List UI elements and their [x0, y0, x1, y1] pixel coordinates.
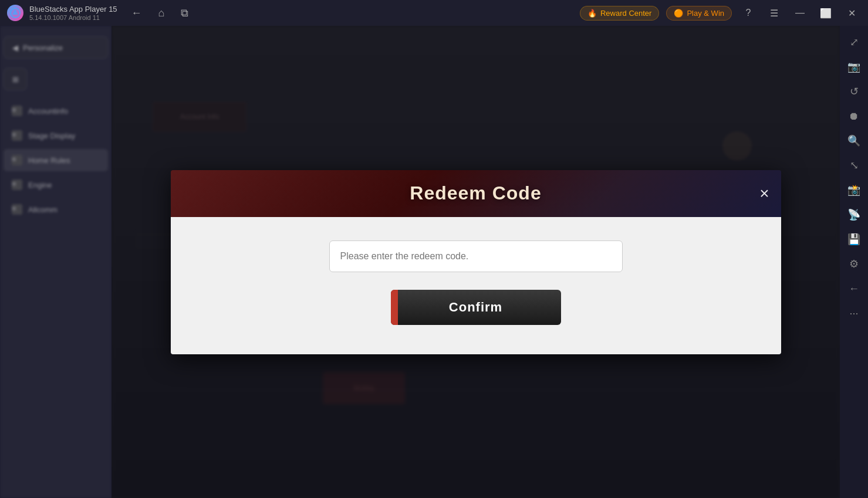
- settings-icon: ⚙: [849, 258, 859, 270]
- sidebar-item-label-4: Engine: [28, 181, 52, 189]
- list-icon: ≡: [12, 106, 22, 116]
- redeem-code-input[interactable]: [329, 240, 623, 272]
- sidebar-item-label-3: Home Rules: [28, 156, 70, 165]
- expand-button[interactable]: ⤢: [842, 31, 866, 54]
- sidebar-item-accountinfo[interactable]: ≡ Accountinfo: [4, 100, 108, 122]
- wifi-icon: 📡: [847, 208, 860, 221]
- sidebar-item-allcomm[interactable]: ≡ Allcomm: [4, 198, 108, 221]
- nav-tabs-button[interactable]: ⧉: [177, 5, 192, 22]
- reward-center-button[interactable]: 🔥 Reward Center: [580, 6, 659, 21]
- sidebar-item-label-2: Stage Display: [28, 131, 75, 140]
- app-name: BlueStacks App Player 15: [29, 5, 117, 13]
- sidebar-item-label: Accountinfo: [28, 107, 68, 116]
- personalize-button[interactable]: ◀ Personalize: [4, 36, 108, 59]
- save-icon: 💾: [847, 233, 860, 246]
- play-win-button[interactable]: 🟠 Play & Win: [666, 6, 732, 21]
- sidebar-item-homerules[interactable]: ≡ Home Rules: [4, 149, 108, 171]
- screenshot-icon: 📷: [847, 60, 860, 73]
- confirm-label: Confirm: [449, 300, 502, 315]
- sidebar-item-label-5: Allcomm: [28, 205, 58, 214]
- redeem-code-modal: Redeem Code × Confirm: [171, 170, 781, 354]
- zoom-icon: 🔍: [847, 134, 860, 147]
- wifi-button[interactable]: 📡: [842, 203, 866, 226]
- reward-icon: 🔥: [587, 9, 597, 18]
- menu-button[interactable]: ☰: [765, 6, 783, 20]
- title-bar-right: 🔥 Reward Center 🟠 Play & Win ? ☰ — ⬜ ✕: [580, 6, 861, 21]
- save-button[interactable]: 💾: [842, 228, 866, 251]
- resize-button[interactable]: ⤡: [842, 154, 866, 177]
- personalize-label: Personalize: [23, 43, 63, 52]
- back-button[interactable]: ←: [842, 277, 866, 300]
- grid-button[interactable]: ⊞: [4, 68, 27, 90]
- input-row: [206, 240, 746, 272]
- reward-center-label: Reward Center: [600, 9, 651, 18]
- zoom-button[interactable]: 🔍: [842, 129, 866, 153]
- app-version: 5.14.10.1007 Android 11: [29, 14, 117, 21]
- nav-back-button[interactable]: ←: [128, 5, 146, 22]
- screenshot-button[interactable]: 📷: [842, 55, 866, 79]
- more-button[interactable]: ···: [842, 301, 866, 325]
- record-icon: ⏺: [849, 110, 859, 123]
- list-icon-5: ≡: [12, 204, 22, 215]
- back-icon: ←: [849, 283, 859, 295]
- resize-icon: ⤡: [850, 159, 859, 172]
- list-icon-3: ≡: [12, 155, 22, 165]
- record-button[interactable]: ⏺: [842, 104, 866, 128]
- play-win-icon: 🟠: [674, 9, 683, 18]
- modal-header: Redeem Code ×: [171, 170, 781, 217]
- close-button[interactable]: ✕: [842, 6, 861, 20]
- confirm-button[interactable]: Confirm: [391, 290, 561, 325]
- list-icon-2: ≡: [12, 130, 22, 141]
- modal-body: Confirm: [171, 217, 781, 354]
- modal-close-button[interactable]: ×: [759, 185, 769, 202]
- svg-marker-1: [12, 9, 18, 15]
- left-sidebar: ◀ Personalize ⊞ ≡ Accountinfo ≡ Stage Di…: [0, 26, 112, 498]
- play-win-label: Play & Win: [687, 9, 724, 18]
- title-bar: BlueStacks App Player 15 5.14.10.1007 An…: [0, 0, 868, 26]
- nav-controls: ← ⌂ ⧉: [128, 5, 192, 22]
- main-content: ◀ Personalize ⊞ ≡ Accountinfo ≡ Stage Di…: [0, 26, 868, 498]
- sidebar-item-stagedisplay[interactable]: ≡ Stage Display: [4, 124, 108, 147]
- minimize-button[interactable]: —: [791, 6, 809, 20]
- settings-button[interactable]: ⚙: [842, 252, 866, 276]
- camera-button[interactable]: 📸: [842, 178, 866, 202]
- list-icon-4: ≡: [12, 179, 22, 190]
- game-area: Account Info Binding Redeem Code ×: [112, 26, 840, 498]
- grid-icon: ⊞: [12, 75, 19, 84]
- help-button[interactable]: ?: [739, 6, 758, 20]
- more-icon: ···: [849, 307, 858, 320]
- modal-title: Redeem Code: [410, 182, 541, 204]
- maximize-button[interactable]: ⬜: [816, 6, 835, 20]
- nav-home-button[interactable]: ⌂: [155, 5, 168, 22]
- expand-icon: ⤢: [850, 36, 859, 49]
- refresh-button[interactable]: ↺: [842, 80, 866, 103]
- sidebar-item-engine[interactable]: ≡ Engine: [4, 174, 108, 196]
- camera-icon: 📸: [847, 184, 860, 197]
- app-logo: [7, 5, 23, 21]
- refresh-icon: ↺: [850, 85, 859, 98]
- right-sidebar: ⤢ 📷 ↺ ⏺ 🔍 ⤡ 📸 📡 💾 ⚙ ←: [840, 26, 868, 498]
- confirm-red-bar: [391, 290, 398, 325]
